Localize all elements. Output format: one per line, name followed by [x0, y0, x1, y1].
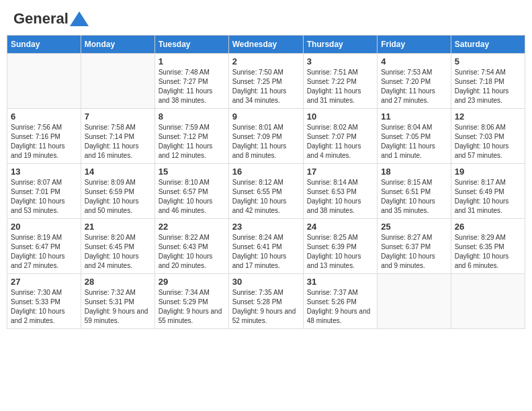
day-info: Sunrise: 8:19 AM Sunset: 6:47 PM Dayligh…	[11, 233, 77, 271]
day-number: 20	[11, 222, 77, 232]
day-info: Sunrise: 8:22 AM Sunset: 6:43 PM Dayligh…	[159, 233, 225, 271]
weekday-header-tuesday: Tuesday	[154, 36, 228, 54]
calendar-week-row: 27Sunrise: 7:30 AM Sunset: 5:33 PM Dayli…	[7, 274, 525, 329]
calendar-cell: 1Sunrise: 7:48 AM Sunset: 7:27 PM Daylig…	[154, 54, 228, 109]
calendar-cell: 15Sunrise: 8:10 AM Sunset: 6:57 PM Dayli…	[154, 164, 228, 219]
calendar-cell: 14Sunrise: 8:09 AM Sunset: 6:59 PM Dayli…	[81, 164, 154, 219]
day-info: Sunrise: 8:10 AM Sunset: 6:57 PM Dayligh…	[159, 178, 225, 216]
calendar-cell	[451, 274, 525, 329]
calendar-cell: 7Sunrise: 7:58 AM Sunset: 7:14 PM Daylig…	[81, 109, 154, 164]
calendar-cell: 11Sunrise: 8:04 AM Sunset: 7:05 PM Dayli…	[378, 109, 451, 164]
day-info: Sunrise: 7:53 AM Sunset: 7:20 PM Dayligh…	[381, 68, 447, 105]
weekday-header-thursday: Thursday	[303, 36, 377, 54]
day-number: 19	[455, 167, 521, 177]
calendar-cell: 4Sunrise: 7:53 AM Sunset: 7:20 PM Daylig…	[378, 54, 451, 109]
day-info: Sunrise: 8:12 AM Sunset: 6:55 PM Dayligh…	[232, 178, 300, 216]
day-number: 31	[307, 277, 373, 287]
day-info: Sunrise: 7:54 AM Sunset: 7:18 PM Dayligh…	[455, 68, 521, 105]
calendar-cell: 10Sunrise: 8:02 AM Sunset: 7:07 PM Dayli…	[303, 109, 377, 164]
day-info: Sunrise: 8:01 AM Sunset: 7:09 PM Dayligh…	[232, 123, 300, 161]
day-info: Sunrise: 8:20 AM Sunset: 6:45 PM Dayligh…	[85, 233, 151, 271]
day-info: Sunrise: 8:27 AM Sunset: 6:37 PM Dayligh…	[381, 233, 447, 271]
day-info: Sunrise: 7:48 AM Sunset: 7:27 PM Dayligh…	[159, 68, 225, 105]
calendar-cell: 18Sunrise: 8:15 AM Sunset: 6:51 PM Dayli…	[378, 164, 451, 219]
calendar-cell: 12Sunrise: 8:06 AM Sunset: 7:03 PM Dayli…	[451, 109, 525, 164]
day-info: Sunrise: 7:58 AM Sunset: 7:14 PM Dayligh…	[85, 123, 151, 161]
day-info: Sunrise: 8:02 AM Sunset: 7:07 PM Dayligh…	[307, 123, 373, 161]
calendar-cell: 27Sunrise: 7:30 AM Sunset: 5:33 PM Dayli…	[7, 274, 81, 329]
calendar-cell: 20Sunrise: 8:19 AM Sunset: 6:47 PM Dayli…	[7, 219, 81, 274]
day-number: 21	[85, 222, 151, 232]
day-info: Sunrise: 8:07 AM Sunset: 7:01 PM Dayligh…	[11, 178, 77, 216]
calendar-cell: 26Sunrise: 8:29 AM Sunset: 6:35 PM Dayli…	[451, 219, 525, 274]
day-number: 15	[159, 167, 225, 177]
day-number: 14	[85, 167, 151, 177]
calendar-cell: 24Sunrise: 8:25 AM Sunset: 6:39 PM Dayli…	[303, 219, 377, 274]
day-number: 7	[85, 111, 151, 122]
logo-icon	[70, 11, 89, 26]
day-info: Sunrise: 8:25 AM Sunset: 6:39 PM Dayligh…	[307, 233, 373, 271]
calendar-cell: 5Sunrise: 7:54 AM Sunset: 7:18 PM Daylig…	[451, 54, 525, 109]
calendar-cell: 30Sunrise: 7:35 AM Sunset: 5:28 PM Dayli…	[228, 274, 303, 329]
day-info: Sunrise: 8:04 AM Sunset: 7:05 PM Dayligh…	[381, 123, 447, 161]
day-info: Sunrise: 7:51 AM Sunset: 7:22 PM Dayligh…	[307, 68, 373, 105]
calendar-table: SundayMondayTuesdayWednesdayThursdayFrid…	[7, 35, 525, 329]
calendar-cell: 16Sunrise: 8:12 AM Sunset: 6:55 PM Dayli…	[228, 164, 303, 219]
calendar-cell	[7, 54, 81, 109]
day-info: Sunrise: 8:24 AM Sunset: 6:41 PM Dayligh…	[232, 233, 300, 271]
day-info: Sunrise: 8:15 AM Sunset: 6:51 PM Dayligh…	[381, 178, 447, 216]
logo-general: General	[13, 10, 69, 28]
day-number: 8	[159, 111, 225, 122]
day-number: 17	[307, 167, 373, 177]
day-number: 2	[232, 56, 300, 66]
day-info: Sunrise: 7:56 AM Sunset: 7:16 PM Dayligh…	[11, 123, 77, 161]
weekday-header-saturday: Saturday	[451, 36, 525, 54]
calendar-cell: 25Sunrise: 8:27 AM Sunset: 6:37 PM Dayli…	[378, 219, 451, 274]
day-number: 18	[381, 167, 447, 177]
calendar-cell: 19Sunrise: 8:17 AM Sunset: 6:49 PM Dayli…	[451, 164, 525, 219]
calendar-cell: 29Sunrise: 7:34 AM Sunset: 5:29 PM Dayli…	[154, 274, 228, 329]
day-info: Sunrise: 7:32 AM Sunset: 5:31 PM Dayligh…	[85, 288, 151, 326]
calendar-cell: 21Sunrise: 8:20 AM Sunset: 6:45 PM Dayli…	[81, 219, 154, 274]
day-number: 23	[232, 222, 300, 232]
calendar-cell: 3Sunrise: 7:51 AM Sunset: 7:22 PM Daylig…	[303, 54, 377, 109]
calendar-cell: 6Sunrise: 7:56 AM Sunset: 7:16 PM Daylig…	[7, 109, 81, 164]
day-number: 11	[381, 111, 447, 122]
calendar-cell: 17Sunrise: 8:14 AM Sunset: 6:53 PM Dayli…	[303, 164, 377, 219]
day-info: Sunrise: 8:06 AM Sunset: 7:03 PM Dayligh…	[455, 123, 521, 161]
day-info: Sunrise: 7:50 AM Sunset: 7:25 PM Dayligh…	[232, 68, 300, 105]
calendar-cell: 2Sunrise: 7:50 AM Sunset: 7:25 PM Daylig…	[228, 54, 303, 109]
calendar-cell: 8Sunrise: 7:59 AM Sunset: 7:12 PM Daylig…	[154, 109, 228, 164]
day-number: 24	[307, 222, 373, 232]
day-number: 26	[455, 222, 521, 232]
calendar-cell: 23Sunrise: 8:24 AM Sunset: 6:41 PM Dayli…	[228, 219, 303, 274]
day-number: 13	[11, 167, 77, 177]
svg-marker-0	[70, 11, 89, 26]
calendar-week-row: 6Sunrise: 7:56 AM Sunset: 7:16 PM Daylig…	[7, 109, 525, 164]
day-number: 6	[11, 111, 77, 122]
day-number: 16	[232, 167, 300, 177]
calendar-cell: 22Sunrise: 8:22 AM Sunset: 6:43 PM Dayli…	[154, 219, 228, 274]
calendar-week-row: 20Sunrise: 8:19 AM Sunset: 6:47 PM Dayli…	[7, 219, 525, 274]
day-number: 12	[455, 111, 521, 122]
day-number: 29	[159, 277, 225, 287]
day-number: 30	[232, 277, 300, 287]
calendar-cell	[81, 54, 154, 109]
day-info: Sunrise: 8:09 AM Sunset: 6:59 PM Dayligh…	[85, 178, 151, 216]
calendar-week-row: 1Sunrise: 7:48 AM Sunset: 7:27 PM Daylig…	[7, 54, 525, 109]
day-number: 28	[85, 277, 151, 287]
day-info: Sunrise: 8:29 AM Sunset: 6:35 PM Dayligh…	[455, 233, 521, 271]
day-number: 22	[159, 222, 225, 232]
day-number: 9	[232, 111, 300, 122]
weekday-header-monday: Monday	[81, 36, 154, 54]
day-info: Sunrise: 7:37 AM Sunset: 5:26 PM Dayligh…	[307, 288, 373, 326]
day-number: 10	[307, 111, 373, 122]
weekday-header-friday: Friday	[378, 36, 451, 54]
logo: General	[13, 10, 89, 25]
page-header: General	[7, 7, 525, 28]
calendar-header-row: SundayMondayTuesdayWednesdayThursdayFrid…	[7, 36, 525, 54]
day-info: Sunrise: 7:59 AM Sunset: 7:12 PM Dayligh…	[159, 123, 225, 161]
day-number: 25	[381, 222, 447, 232]
weekday-header-wednesday: Wednesday	[228, 36, 303, 54]
day-info: Sunrise: 7:35 AM Sunset: 5:28 PM Dayligh…	[232, 288, 300, 326]
